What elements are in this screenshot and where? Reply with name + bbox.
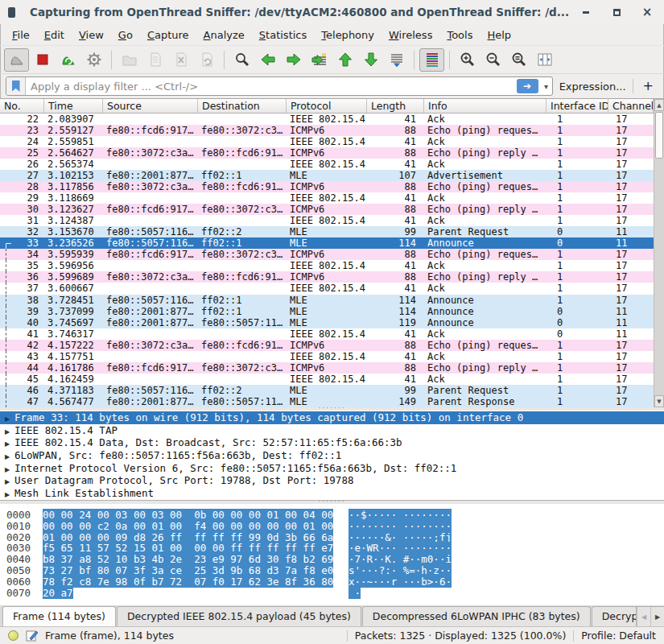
packet-row[interactable]: 25 2.564627 fe80::3072:c3a… fe80::fcd6:9… — [0, 147, 654, 159]
packet-row[interactable]: 24 2.559851 IEEE 802.15.4 41 Ack 1 17 — [0, 136, 654, 147]
zoom-in-icon[interactable] — [455, 48, 480, 72]
menu-item[interactable]: Wireless — [381, 27, 439, 43]
packet-row[interactable]: 27 3.102153 fe80::2001:877… ff02::1 MLE … — [0, 170, 654, 181]
go-last-icon[interactable] — [358, 48, 383, 72]
zoom-reset-icon[interactable] — [506, 48, 531, 72]
add-filter-button[interactable]: + — [640, 78, 658, 95]
byte-view-tab[interactable]: Decompressed 6LoWPAN IPHC (83 bytes) — [362, 606, 591, 626]
hex-ascii[interactable]: ········ ········ — [348, 520, 452, 532]
detail-row[interactable]: User Datagram Protocol, Src Port: 19788,… — [0, 474, 664, 487]
column-header-destination[interactable]: Destination — [198, 99, 287, 113]
detail-row[interactable]: Frame 33: 114 bytes on wire (912 bits), … — [0, 411, 664, 424]
find-packet-icon[interactable] — [229, 48, 254, 72]
reload-file-icon[interactable] — [194, 48, 219, 72]
filter-history-dropdown-icon[interactable] — [541, 77, 552, 95]
column-header-length[interactable]: Length — [367, 99, 424, 113]
packet-row[interactable]: 26 2.565374 IEEE 802.15.4 41 Ack 1 17 — [0, 159, 654, 170]
menu-item[interactable]: Capture — [140, 27, 196, 43]
expander-icon[interactable] — [0, 474, 14, 486]
hex-ascii[interactable]: s'···?:· %=·h·z·· — [348, 564, 452, 576]
packet-row[interactable]: 42 4.157222 fe80::3072:c3a… fe80::fcd6:9… — [0, 340, 654, 351]
minimize-button[interactable] — [580, 6, 592, 18]
filter-bookmark-button[interactable] — [6, 77, 26, 95]
hex-ascii[interactable]: x··~···r ···b>·6· — [348, 576, 452, 588]
hex-ascii[interactable]: ·7·R··K. #··m0··i — [348, 553, 452, 565]
status-profile[interactable]: Profile: Default — [581, 630, 656, 642]
tab-scroll-right-icon[interactable] — [650, 607, 664, 626]
go-to-packet-icon[interactable] — [307, 48, 332, 72]
column-header-protocol[interactable]: Protocol — [287, 99, 367, 113]
apply-filter-button[interactable] — [517, 79, 538, 93]
expert-info-icon[interactable] — [8, 630, 19, 641]
packet-row[interactable]: 28 3.117856 fe80::3072:c3a… fe80::fcd6:9… — [0, 181, 654, 192]
hex-bytes[interactable]: 00 00 00 c2 0a 00 01 00 f4 00 00 00 00 0… — [43, 520, 333, 532]
detail-row[interactable]: Internet Protocol Version 6, Src: fe80::… — [0, 461, 664, 474]
menu-item[interactable]: Go — [111, 27, 140, 43]
column-header-time[interactable]: Time — [44, 99, 103, 113]
hex-bytes[interactable]: 73 27 bf 80 07 3f 3a ce 25 3d 9b 68 d3 7… — [43, 564, 333, 576]
packet-list-scrollbar[interactable] — [654, 99, 664, 407]
column-header-channel[interactable]: Channel — [608, 99, 654, 113]
go-first-icon[interactable] — [332, 48, 357, 72]
detail-row[interactable]: IEEE 802.15.4 Data, Dst: Broadcast, Src:… — [0, 436, 664, 449]
packet-row[interactable]: 45 4.162459 IEEE 802.15.4 41 Ack 1 17 — [0, 374, 654, 385]
packet-row[interactable]: 30 3.123627 fe80::fcd6:917… fe80::3072:c… — [0, 204, 654, 215]
go-forward-icon[interactable] — [281, 48, 306, 72]
menu-item[interactable]: Statistics — [252, 27, 314, 43]
byte-view-tab[interactable]: Frame (114 bytes) — [2, 606, 116, 626]
hex-row[interactable]: 0060 78 f2 c8 7e 98 0f b7 72 07 f0 17 62… — [6, 576, 664, 587]
hex-bytes[interactable]: f5 65 11 57 52 15 01 00 00 00 ff ff ff f… — [43, 542, 333, 554]
zoom-out-icon[interactable] — [480, 48, 505, 72]
resize-columns-icon[interactable] — [532, 48, 557, 72]
restart-capture-icon[interactable] — [56, 48, 80, 72]
expander-icon[interactable] — [0, 462, 14, 474]
packet-row[interactable]: 22 2.083907 IEEE 802.15.4 41 Ack 1 17 — [0, 114, 654, 125]
packet-row[interactable]: 29 3.118669 IEEE 802.15.4 41 Ack 1 17 — [0, 192, 654, 204]
packet-row[interactable]: 36 3.599689 fe80::3072:c3a… fe80::fcd6:9… — [0, 271, 654, 283]
expander-icon[interactable] — [0, 449, 14, 461]
hex-ascii[interactable]: ······&· ·····;fj — [348, 531, 452, 543]
display-filter-input[interactable] — [26, 80, 517, 93]
packet-row[interactable]: 31 3.124387 IEEE 802.15.4 41 Ack 1 17 — [0, 215, 654, 226]
hex-bytes[interactable]: 20 a7 — [43, 587, 73, 599]
hex-ascii[interactable]: ··$····· ········ — [348, 509, 452, 521]
packet-row[interactable]: 34 3.595939 fe80::fcd6:917… fe80::3072:c… — [0, 249, 654, 260]
packet-row[interactable]: 43 4.157751 IEEE 802.15.4 41 Ack 1 17 — [0, 351, 654, 362]
hex-row[interactable]: 0070 20 a7 · — [6, 587, 664, 598]
expression-button[interactable]: Expression... — [559, 80, 626, 93]
packet-row[interactable]: 38 3.728451 fe80::5057:116… ff02::1 MLE … — [0, 295, 654, 306]
capture-options-icon[interactable] — [81, 48, 106, 72]
tab-scroll-left-icon[interactable] — [637, 607, 650, 626]
hex-bytes[interactable]: 01 00 00 00 09 d8 26 ff ff ff ff 99 0d 3… — [43, 531, 333, 543]
packet-row[interactable]: 37 3.600667 IEEE 802.15.4 41 Ack 1 17 — [0, 283, 654, 294]
packet-row[interactable]: 35 3.596956 IEEE 802.15.4 41 Ack 1 17 — [0, 260, 654, 271]
detail-row[interactable]: 6LoWPAN, Src: fe80::5057:1165:f56a:663b,… — [0, 449, 664, 462]
save-file-icon[interactable] — [142, 48, 167, 72]
hex-row[interactable]: 0050 73 27 bf 80 07 3f 3a ce 25 3d 9b 68… — [6, 564, 664, 576]
hex-bytes[interactable]: 78 f2 c8 7e 98 0f b7 72 07 f0 17 62 3e 8… — [43, 576, 333, 588]
scroll-up-icon[interactable] — [654, 99, 664, 111]
expander-icon[interactable] — [0, 436, 14, 448]
menu-item[interactable]: Analyze — [196, 27, 252, 43]
hex-row[interactable]: 0020 01 00 00 00 09 d8 26 ff ff ff ff 99… — [6, 531, 664, 543]
expander-icon[interactable] — [0, 411, 14, 423]
hex-ascii[interactable]: · — [348, 587, 361, 599]
capture-comment-icon[interactable] — [26, 630, 38, 642]
auto-scroll-icon[interactable] — [384, 48, 409, 72]
scroll-down-icon[interactable] — [654, 395, 664, 407]
hex-row[interactable]: 0030 f5 65 11 57 52 15 01 00 00 00 ff ff… — [6, 542, 664, 553]
packet-row[interactable]: 23 2.559127 fe80::fcd6:917… fe80::3072:c… — [0, 125, 654, 136]
close-button[interactable] — [641, 6, 653, 18]
open-file-icon[interactable] — [117, 48, 142, 72]
hex-bytes[interactable]: 00 00 24 00 03 00 03 00 0b 00 00 00 01 0… — [43, 509, 333, 521]
column-header-no[interactable]: No. — [0, 99, 44, 113]
expander-icon[interactable] — [0, 487, 14, 499]
maximize-button[interactable] — [611, 6, 622, 18]
hex-ascii[interactable]: ·e·WR··· ········ — [348, 542, 452, 554]
scrollbar-thumb[interactable] — [655, 112, 663, 159]
menu-item[interactable]: Help — [480, 27, 518, 43]
hex-row[interactable]: 0040 b8 37 a8 52 10 b3 4b 2e 23 e9 97 6d… — [6, 553, 664, 564]
hex-row[interactable]: 0010 00 00 00 c2 0a 00 01 00 f4 00 00 00… — [6, 520, 664, 531]
scrollbar-track[interactable] — [654, 111, 664, 395]
packet-row[interactable]: 39 3.737099 fe80::2001:877… ff02::1 MLE … — [0, 306, 654, 317]
